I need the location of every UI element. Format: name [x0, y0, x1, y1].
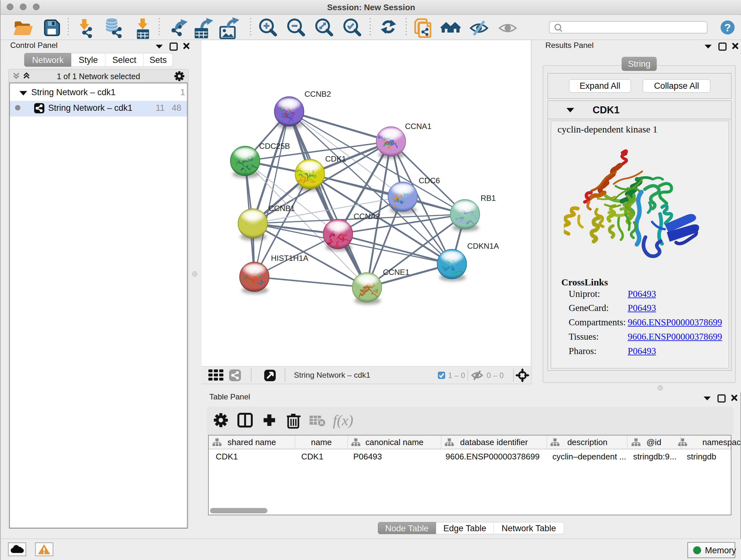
svg-text:CDC25B: CDC25B	[259, 142, 290, 150]
svg-text:CCNB2: CCNB2	[305, 90, 331, 98]
svg-text:CDK1: CDK1	[325, 154, 346, 163]
svg-text:CDC6: CDC6	[419, 176, 440, 185]
svg-text:?: ?	[724, 21, 731, 34]
svg-text:CCNA1: CCNA1	[405, 122, 431, 131]
svg-text:CCNE1: CCNE1	[383, 268, 409, 276]
svg-text:HIST1H1A: HIST1H1A	[271, 254, 309, 262]
svg-text:RB1: RB1	[481, 194, 496, 202]
svg-text:CDKN1A: CDKN1A	[467, 242, 499, 250]
svg-text:CCNB1: CCNB1	[268, 204, 295, 212]
svg-text:CCNA2: CCNA2	[354, 212, 380, 221]
svg-text:f(x): f(x)	[333, 412, 353, 428]
